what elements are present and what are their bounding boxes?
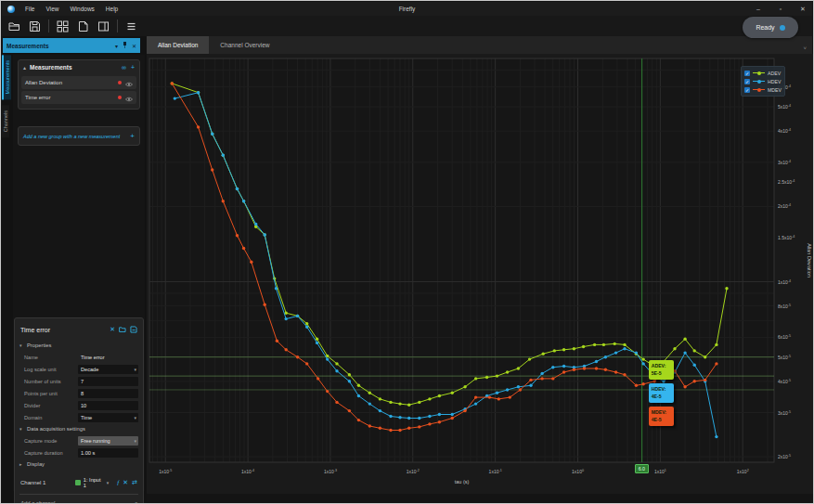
visibility-eye-icon[interactable] (125, 89, 133, 106)
function-icon[interactable]: f (117, 479, 119, 486)
tick-label: 5x10-4 (778, 104, 791, 110)
tick-label: 2x10-5 (778, 454, 791, 459)
property-label: Domain (24, 415, 78, 420)
property-row: Log scale unitDecade▾ (15, 363, 143, 375)
menu-windows[interactable]: Windows (64, 2, 99, 16)
property-value: 8 (81, 391, 84, 396)
value-badge-adev: ADEV:5E-5 (649, 360, 674, 380)
tick-label: 8x10-5 (778, 304, 791, 309)
add-group-button[interactable]: Add a new group with a new measurement + (18, 126, 140, 146)
section-header-properties[interactable]: ▾Properties (15, 340, 143, 351)
link-icon[interactable]: ∞ (122, 64, 126, 71)
property-select-domain[interactable]: Time▾ (78, 413, 138, 422)
chevron-down-icon[interactable]: ▾ (115, 43, 118, 49)
tick-label: 1x101 (654, 469, 666, 474)
remove-channel-icon[interactable]: ✕ (123, 479, 128, 486)
section-header-display[interactable]: ▸Display (15, 459, 143, 470)
legend-checkbox[interactable]: ✓ (744, 87, 750, 93)
tick-label: 5x10-5 (778, 355, 791, 360)
save-icon[interactable] (28, 19, 42, 33)
channel-color-swatch (75, 480, 81, 485)
section-header-data-acquisition-settings[interactable]: ▾Data acquisition settings (15, 423, 143, 434)
close-icon[interactable]: ✕ (132, 43, 136, 49)
window-layout-icon[interactable] (97, 19, 110, 33)
property-input-capture-duration[interactable]: 1.00 s (78, 448, 138, 458)
folder-open-icon[interactable] (7, 19, 21, 33)
app-window: FileViewWindowsHelp Firefly –▫✕ (0, 0, 814, 504)
tick-label: 1x102 (737, 469, 749, 474)
badge-value: 5E-5 (652, 369, 671, 377)
minimize-button[interactable]: – (753, 6, 764, 12)
channel-select[interactable]: 1: Input 1 (84, 477, 105, 488)
chevron-down-icon[interactable]: ▾ (107, 480, 110, 485)
legend-checkbox[interactable]: ✓ (744, 79, 750, 84)
menu-list-icon[interactable] (124, 19, 138, 33)
chevron-down-icon: ▾ (19, 342, 24, 348)
property-input-points-per-unit[interactable]: 8 (78, 389, 138, 398)
collapse-caret-icon[interactable]: ▴ (23, 64, 26, 71)
tab-allan-deviation[interactable]: Allan Deviation (147, 36, 209, 54)
property-select-capture-mode[interactable]: Free running▾ (78, 436, 138, 446)
new-file-icon[interactable] (76, 19, 90, 33)
property-select-log-scale-unit[interactable]: Decade▾ (78, 365, 138, 374)
tab-channel-overview[interactable]: Channel Overview (209, 36, 280, 54)
property-input-number-of-units[interactable]: 7 (78, 377, 138, 386)
property-value: 10 (81, 403, 86, 408)
cursor-value-badge[interactable]: 6.0 (635, 464, 649, 473)
measurement-item[interactable]: Time error (21, 91, 136, 104)
value-badge-mdev: MDEV:4E-5 (649, 407, 674, 426)
dock-panel-title: Measurements (6, 43, 115, 49)
folder-open-icon[interactable] (119, 326, 126, 334)
pin-icon[interactable] (123, 42, 127, 49)
tick-label: 1x10-4 (778, 279, 791, 285)
plot-area[interactable] (149, 58, 774, 462)
add-measurement-icon[interactable]: + (131, 64, 135, 71)
chevron-down-icon: ▾ (134, 415, 136, 420)
chart-canvas[interactable]: 1x10-51x10-41x10-31x10-21x10-11x1001x101… (147, 54, 814, 494)
property-row: NameTime error (15, 351, 143, 363)
allan-deviation-chart[interactable]: 1x10-51x10-41x10-31x10-21x10-11x1001x101… (147, 54, 814, 494)
menu-help[interactable]: Help (100, 2, 123, 16)
property-label: Divider (24, 403, 78, 408)
dock-side-tabs: MeasurementsChannels (2, 55, 12, 502)
tick-label: 1x10-3 (324, 469, 337, 474)
dock-tab-channels[interactable]: Channels (2, 105, 9, 137)
tick-label: 1x10-4 (241, 469, 254, 474)
legend-item-mdev[interactable]: ✓MDEV (744, 85, 782, 94)
ready-status-button[interactable]: Ready (743, 17, 798, 38)
tick-label: 2x10-4 (778, 203, 791, 209)
badge-series-name: MDEV: (652, 408, 671, 416)
legend-label: MDEV (768, 87, 782, 93)
properties-panel: Time error ✕ ▾PropertiesNameTime errorLo… (14, 317, 144, 504)
tick-label: 1x10-2 (407, 469, 420, 474)
chevron-down-icon: ▾ (135, 500, 137, 504)
section-label: Properties (27, 342, 51, 348)
menu-file[interactable]: File (19, 2, 40, 16)
save-icon[interactable] (130, 326, 137, 334)
swap-icon[interactable]: ⇄ (132, 479, 137, 486)
property-input-divider[interactable]: 10 (78, 401, 138, 410)
legend-item-hdev[interactable]: ✓HDEV (744, 77, 782, 85)
document-tab-strip: Allan DeviationChannel Overview ˅ (147, 36, 812, 54)
tick-label: 1x10-1 (489, 469, 502, 474)
property-label: Capture mode (24, 438, 78, 444)
legend-item-adev[interactable]: ✓ADEV (744, 69, 782, 77)
workspace-grid-icon[interactable] (56, 19, 70, 33)
menu-view[interactable]: View (40, 2, 64, 16)
dock-panel-header: Measurements ▾ ✕ (3, 38, 140, 53)
dock-tab-measurements[interactable]: Measurements (2, 55, 11, 99)
add-channel-button[interactable]: Add a channel ▾ (15, 498, 143, 504)
legend-line-sample (753, 81, 765, 82)
legend-line-sample (753, 72, 765, 73)
badge-series-name: HDEV: (652, 385, 671, 393)
close-button[interactable]: ✕ (797, 6, 808, 13)
legend-checkbox[interactable]: ✓ (744, 71, 750, 76)
property-value: Free running (81, 438, 110, 444)
tab-overflow-caret-icon[interactable]: ˅ (803, 45, 807, 51)
tick-label: 3x10-5 (778, 410, 791, 416)
close-icon[interactable]: ✕ (110, 326, 115, 333)
maximize-button[interactable]: ▫ (775, 6, 786, 12)
record-status-dot (118, 81, 122, 84)
property-label: Points per unit (24, 391, 78, 396)
measurement-item[interactable]: Allan Deviation (21, 76, 136, 89)
